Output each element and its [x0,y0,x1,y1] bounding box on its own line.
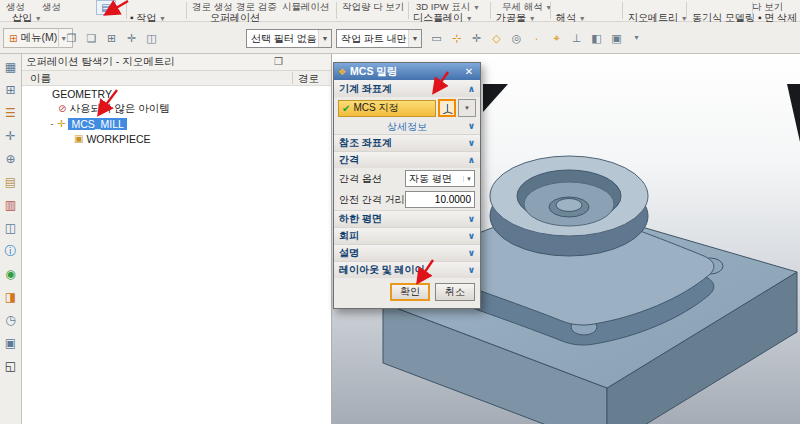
resource-part-navigator-icon[interactable]: ☰ [3,105,19,121]
workload-view-button[interactable]: 작업량 다 보기 [342,1,404,14]
section-avoidance[interactable]: 회피 ∨ [334,227,480,244]
snap-center-icon[interactable]: ◎ [508,29,525,47]
subsection-details[interactable]: 상세정보 ∨ [334,119,480,134]
resource-roles-icon[interactable]: ◱ [3,358,19,374]
chevron-down-icon[interactable]: ∨ [468,214,475,224]
create-geometry-button[interactable]: ▤ [96,0,116,15]
close-icon[interactable]: ✕ [462,66,476,77]
chevron-down-icon[interactable]: ∨ [468,248,475,258]
chevron-up-icon[interactable]: ∧ [468,155,475,165]
tree-node-mcs-mill[interactable]: - ✛ MCS_MILL [22,116,331,131]
toolbar-overflow-icon[interactable]: ▾ [628,29,645,47]
copy-display-icon[interactable]: ❐ [63,29,80,47]
snap-midpoint-icon[interactable]: ◇ [488,29,505,47]
chevron-down-icon[interactable]: ∨ [468,138,475,148]
resource-reuse-library-icon[interactable]: ▥ [3,197,19,213]
unused-items-icon: ⊘ [58,103,66,114]
resource-constraint-navigator-icon[interactable]: ⊞ [3,82,19,98]
tree-node-unused-items[interactable]: ⊘ 사용되지 않은 아이템 [22,101,331,116]
snap-endpoint-icon[interactable]: ∙ [528,29,545,47]
navigator-title: 오퍼레이션 탐색기 - 지오메트리 [26,55,175,69]
section-layout-layer[interactable]: 레이아웃 및 레이어 ∨ [334,261,480,278]
safe-distance-input[interactable] [405,191,475,208]
chevron-down-icon[interactable]: ∨ [468,121,475,131]
mcs-specify-field[interactable]: ✔ MCS 지정 [338,100,436,117]
resource-folder-icon[interactable]: ▤ [3,174,19,190]
geometry-tree: GEOMETRY ⊘ 사용되지 않은 아이템 - ✛ MCS_MILL ▣ WO… [22,86,331,146]
ribbon-separator [186,2,187,19]
check-icon: ✔ [342,103,350,114]
resource-operation-navigator-icon[interactable]: ✛ [3,128,19,144]
clearance-option-dropdown[interactable]: 자동 평면 ▼ [405,170,475,187]
mcs-icon: ✛ [57,118,65,129]
chevron-down-icon: ▼ [473,4,480,11]
selection-filter-dropdown[interactable]: 선택 필터 없음 ▼ [246,29,332,48]
resource-bar: ▦ ⊞ ☰ ✛ ⊕ ▤ ▥ ◫ ⓘ ◉ ◨ ◷ ▣ ◱ [0,54,22,424]
ok-button[interactable]: 확인 [390,283,430,301]
chevron-down-icon: ▼ [466,15,473,22]
snap-perpendicular-icon[interactable]: ⊥ [568,29,585,47]
part-ring-feature [490,156,648,256]
chevron-down-icon[interactable]: ∨ [468,265,475,275]
chevron-down-icon[interactable]: ∨ [468,231,475,241]
operation-navigator: 오퍼레이션 탐색기 - 지오메트리 ❐ 이름 경로 GEOMETRY ⊘ 사용되… [22,54,332,424]
chevron-up-icon[interactable]: ∧ [468,84,475,94]
resource-hd3d-tools-icon[interactable]: ◫ [3,220,19,236]
nx-cam-window: 생성 생성 ▤ 경로 생성 경로 검증 시뮬레이션 작업량 다 보기 3D IP… [0,0,800,424]
mcs-specify-row: ✔ MCS 지정 ▼ [334,97,480,119]
snap-point-icon[interactable]: ⊹ [448,29,465,47]
mcs-mill-label[interactable]: MCS_MILL [68,118,127,130]
column-separator[interactable] [292,72,293,84]
layer-settings-icon[interactable]: ⊞ [103,29,120,47]
section-clearance[interactable]: 간격 ∧ [334,151,480,168]
tree-node-geometry[interactable]: GEOMETRY [22,86,331,101]
section-machine-csys[interactable]: 기계 좌표계 ∧ [334,80,480,97]
toolbar-separator [58,28,59,48]
section-reference-csys[interactable]: 참조 좌표계 ∨ [334,134,480,151]
section-description[interactable]: 설명 ∨ [334,244,480,261]
show-hide-icon[interactable]: ◫ [143,29,160,47]
resource-assembly-navigator-icon[interactable]: ▦ [3,59,19,75]
chevron-down-icon: ▼ [464,105,470,111]
move-object-icon[interactable]: ✛ [123,29,140,47]
simulate-button[interactable]: 시뮬레이션 [282,1,330,14]
ribbon-separator [408,2,409,19]
wireframe-view-icon[interactable]: ▣ [608,29,625,47]
general-select-icon[interactable]: ✛ [468,29,485,47]
tree-node-workpiece[interactable]: ▣ WORKPIECE [22,131,331,146]
fixture-shape-left [483,84,508,112]
csys-dialog-button[interactable] [438,99,456,117]
expander-minus-icon[interactable]: - [48,118,56,129]
resource-machine-tool-navigator-icon[interactable]: ⊕ [3,151,19,167]
shaded-view-icon[interactable]: ◧ [588,29,605,47]
column-path[interactable]: 경로 [298,72,319,86]
chevron-down-icon: ▼ [463,176,474,182]
cancel-button[interactable]: 취소 [435,283,475,301]
menu-grid-icon: ⊞ [9,33,17,44]
column-name[interactable]: 이름 [30,72,51,86]
navigator-title-bar: 오퍼레이션 탐색기 - 지오메트리 ❐ [22,54,331,71]
resource-info-icon[interactable]: ⓘ [3,243,19,259]
resource-process-studio-icon[interactable]: ◨ [3,289,19,305]
chevron-down-icon: ▼ [529,15,536,22]
snap-intersection-icon[interactable]: ⌖ [548,29,565,47]
ribbon-separator [126,2,127,19]
selection-scope-dropdown[interactable]: 작업 파트 내만 ▼ [336,29,422,48]
create-button-2[interactable]: 생성 [42,1,61,14]
undock-icon[interactable]: ❐ [274,56,283,67]
rectangle-select-icon[interactable]: ▭ [428,29,445,47]
resource-manufacturing-wizard-icon[interactable]: ▣ [3,335,19,351]
section-lower-limit-plane[interactable]: 하한 평면 ∨ [334,210,480,227]
resource-history-icon[interactable]: ◷ [3,312,19,328]
ribbon: 생성 생성 ▤ 경로 생성 경로 검증 시뮬레이션 작업량 다 보기 3D IP… [0,0,800,22]
safe-distance-row: 안전 간격 거리 [334,189,480,210]
chevron-down-icon: ▼ [35,15,42,22]
resource-web-browser-icon[interactable]: ◉ [3,266,19,282]
chevron-down-icon: ▼ [318,30,331,47]
csys-options-button[interactable]: ▼ [458,99,476,117]
window-icon[interactable]: ❏ [83,29,100,47]
ribbon-separator [622,2,623,19]
dialog-diamond-icon: ❖ [338,67,346,77]
dialog-title-bar[interactable]: ❖ MCS 밀링 ✕ [334,63,480,80]
chevron-down-icon: ▼ [408,30,421,47]
